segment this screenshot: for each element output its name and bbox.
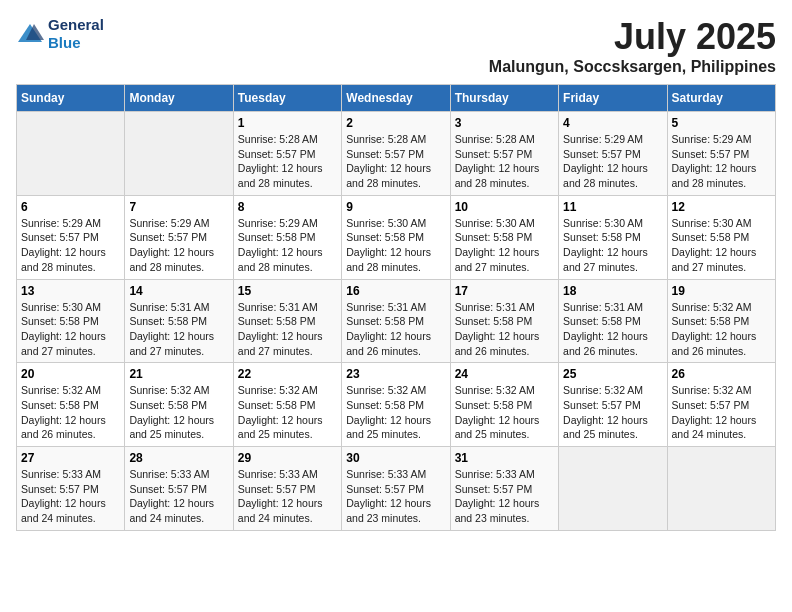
calendar-cell: 27Sunrise: 5:33 AM Sunset: 5:57 PM Dayli… xyxy=(17,447,125,531)
title-block: July 2025 Malungun, Soccsksargen, Philip… xyxy=(489,16,776,76)
calendar-cell: 24Sunrise: 5:32 AM Sunset: 5:58 PM Dayli… xyxy=(450,363,558,447)
calendar-cell xyxy=(17,112,125,196)
day-number: 28 xyxy=(129,451,228,465)
day-number: 3 xyxy=(455,116,554,130)
day-number: 10 xyxy=(455,200,554,214)
calendar-cell: 18Sunrise: 5:31 AM Sunset: 5:58 PM Dayli… xyxy=(559,279,667,363)
day-number: 17 xyxy=(455,284,554,298)
calendar-cell: 29Sunrise: 5:33 AM Sunset: 5:57 PM Dayli… xyxy=(233,447,341,531)
day-info: Sunrise: 5:31 AM Sunset: 5:58 PM Dayligh… xyxy=(346,300,445,359)
logo-icon xyxy=(16,22,44,46)
calendar-cell: 14Sunrise: 5:31 AM Sunset: 5:58 PM Dayli… xyxy=(125,279,233,363)
weekday-header-saturday: Saturday xyxy=(667,85,775,112)
calendar-cell: 5Sunrise: 5:29 AM Sunset: 5:57 PM Daylig… xyxy=(667,112,775,196)
day-number: 8 xyxy=(238,200,337,214)
calendar-week-row: 13Sunrise: 5:30 AM Sunset: 5:58 PM Dayli… xyxy=(17,279,776,363)
day-number: 12 xyxy=(672,200,771,214)
day-info: Sunrise: 5:31 AM Sunset: 5:58 PM Dayligh… xyxy=(455,300,554,359)
day-info: Sunrise: 5:32 AM Sunset: 5:58 PM Dayligh… xyxy=(346,383,445,442)
month-year-title: July 2025 xyxy=(489,16,776,58)
calendar-cell: 1Sunrise: 5:28 AM Sunset: 5:57 PM Daylig… xyxy=(233,112,341,196)
day-number: 6 xyxy=(21,200,120,214)
calendar-cell: 17Sunrise: 5:31 AM Sunset: 5:58 PM Dayli… xyxy=(450,279,558,363)
calendar-cell: 4Sunrise: 5:29 AM Sunset: 5:57 PM Daylig… xyxy=(559,112,667,196)
calendar-cell: 7Sunrise: 5:29 AM Sunset: 5:57 PM Daylig… xyxy=(125,195,233,279)
day-info: Sunrise: 5:29 AM Sunset: 5:57 PM Dayligh… xyxy=(21,216,120,275)
day-number: 22 xyxy=(238,367,337,381)
calendar-cell: 9Sunrise: 5:30 AM Sunset: 5:58 PM Daylig… xyxy=(342,195,450,279)
calendar-week-row: 1Sunrise: 5:28 AM Sunset: 5:57 PM Daylig… xyxy=(17,112,776,196)
calendar-cell: 31Sunrise: 5:33 AM Sunset: 5:57 PM Dayli… xyxy=(450,447,558,531)
day-info: Sunrise: 5:32 AM Sunset: 5:58 PM Dayligh… xyxy=(21,383,120,442)
calendar-cell: 28Sunrise: 5:33 AM Sunset: 5:57 PM Dayli… xyxy=(125,447,233,531)
day-number: 31 xyxy=(455,451,554,465)
day-number: 27 xyxy=(21,451,120,465)
calendar-cell: 3Sunrise: 5:28 AM Sunset: 5:57 PM Daylig… xyxy=(450,112,558,196)
weekday-header-row: SundayMondayTuesdayWednesdayThursdayFrid… xyxy=(17,85,776,112)
calendar-cell: 25Sunrise: 5:32 AM Sunset: 5:57 PM Dayli… xyxy=(559,363,667,447)
day-number: 9 xyxy=(346,200,445,214)
location-subtitle: Malungun, Soccsksargen, Philippines xyxy=(489,58,776,76)
day-info: Sunrise: 5:33 AM Sunset: 5:57 PM Dayligh… xyxy=(455,467,554,526)
calendar-body: 1Sunrise: 5:28 AM Sunset: 5:57 PM Daylig… xyxy=(17,112,776,531)
day-info: Sunrise: 5:32 AM Sunset: 5:58 PM Dayligh… xyxy=(238,383,337,442)
day-number: 30 xyxy=(346,451,445,465)
calendar-cell: 23Sunrise: 5:32 AM Sunset: 5:58 PM Dayli… xyxy=(342,363,450,447)
day-info: Sunrise: 5:32 AM Sunset: 5:58 PM Dayligh… xyxy=(455,383,554,442)
day-number: 14 xyxy=(129,284,228,298)
weekday-header-sunday: Sunday xyxy=(17,85,125,112)
day-info: Sunrise: 5:30 AM Sunset: 5:58 PM Dayligh… xyxy=(455,216,554,275)
logo-text: General Blue xyxy=(48,16,104,52)
calendar-cell: 26Sunrise: 5:32 AM Sunset: 5:57 PM Dayli… xyxy=(667,363,775,447)
calendar-table: SundayMondayTuesdayWednesdayThursdayFrid… xyxy=(16,84,776,531)
calendar-cell: 21Sunrise: 5:32 AM Sunset: 5:58 PM Dayli… xyxy=(125,363,233,447)
day-number: 18 xyxy=(563,284,662,298)
day-info: Sunrise: 5:30 AM Sunset: 5:58 PM Dayligh… xyxy=(563,216,662,275)
day-info: Sunrise: 5:30 AM Sunset: 5:58 PM Dayligh… xyxy=(346,216,445,275)
day-number: 23 xyxy=(346,367,445,381)
day-info: Sunrise: 5:33 AM Sunset: 5:57 PM Dayligh… xyxy=(346,467,445,526)
day-number: 21 xyxy=(129,367,228,381)
day-number: 16 xyxy=(346,284,445,298)
weekday-header-monday: Monday xyxy=(125,85,233,112)
weekday-header-thursday: Thursday xyxy=(450,85,558,112)
day-number: 1 xyxy=(238,116,337,130)
day-info: Sunrise: 5:33 AM Sunset: 5:57 PM Dayligh… xyxy=(238,467,337,526)
day-info: Sunrise: 5:32 AM Sunset: 5:58 PM Dayligh… xyxy=(672,300,771,359)
day-info: Sunrise: 5:33 AM Sunset: 5:57 PM Dayligh… xyxy=(21,467,120,526)
logo: General Blue xyxy=(16,16,104,52)
calendar-cell: 8Sunrise: 5:29 AM Sunset: 5:58 PM Daylig… xyxy=(233,195,341,279)
calendar-week-row: 6Sunrise: 5:29 AM Sunset: 5:57 PM Daylig… xyxy=(17,195,776,279)
day-info: Sunrise: 5:28 AM Sunset: 5:57 PM Dayligh… xyxy=(238,132,337,191)
day-info: Sunrise: 5:29 AM Sunset: 5:57 PM Dayligh… xyxy=(672,132,771,191)
calendar-cell: 19Sunrise: 5:32 AM Sunset: 5:58 PM Dayli… xyxy=(667,279,775,363)
calendar-cell: 10Sunrise: 5:30 AM Sunset: 5:58 PM Dayli… xyxy=(450,195,558,279)
day-number: 2 xyxy=(346,116,445,130)
day-number: 26 xyxy=(672,367,771,381)
day-number: 7 xyxy=(129,200,228,214)
day-info: Sunrise: 5:30 AM Sunset: 5:58 PM Dayligh… xyxy=(672,216,771,275)
calendar-cell: 22Sunrise: 5:32 AM Sunset: 5:58 PM Dayli… xyxy=(233,363,341,447)
weekday-header-wednesday: Wednesday xyxy=(342,85,450,112)
day-info: Sunrise: 5:31 AM Sunset: 5:58 PM Dayligh… xyxy=(129,300,228,359)
day-info: Sunrise: 5:31 AM Sunset: 5:58 PM Dayligh… xyxy=(238,300,337,359)
day-info: Sunrise: 5:29 AM Sunset: 5:57 PM Dayligh… xyxy=(129,216,228,275)
day-number: 15 xyxy=(238,284,337,298)
day-number: 11 xyxy=(563,200,662,214)
day-number: 20 xyxy=(21,367,120,381)
weekday-header-tuesday: Tuesday xyxy=(233,85,341,112)
calendar-cell: 11Sunrise: 5:30 AM Sunset: 5:58 PM Dayli… xyxy=(559,195,667,279)
calendar-cell: 12Sunrise: 5:30 AM Sunset: 5:58 PM Dayli… xyxy=(667,195,775,279)
calendar-cell xyxy=(125,112,233,196)
day-info: Sunrise: 5:30 AM Sunset: 5:58 PM Dayligh… xyxy=(21,300,120,359)
day-number: 4 xyxy=(563,116,662,130)
weekday-header-friday: Friday xyxy=(559,85,667,112)
day-info: Sunrise: 5:28 AM Sunset: 5:57 PM Dayligh… xyxy=(346,132,445,191)
calendar-week-row: 20Sunrise: 5:32 AM Sunset: 5:58 PM Dayli… xyxy=(17,363,776,447)
day-info: Sunrise: 5:28 AM Sunset: 5:57 PM Dayligh… xyxy=(455,132,554,191)
calendar-cell: 15Sunrise: 5:31 AM Sunset: 5:58 PM Dayli… xyxy=(233,279,341,363)
day-info: Sunrise: 5:32 AM Sunset: 5:57 PM Dayligh… xyxy=(672,383,771,442)
day-info: Sunrise: 5:32 AM Sunset: 5:57 PM Dayligh… xyxy=(563,383,662,442)
day-info: Sunrise: 5:32 AM Sunset: 5:58 PM Dayligh… xyxy=(129,383,228,442)
calendar-cell xyxy=(667,447,775,531)
